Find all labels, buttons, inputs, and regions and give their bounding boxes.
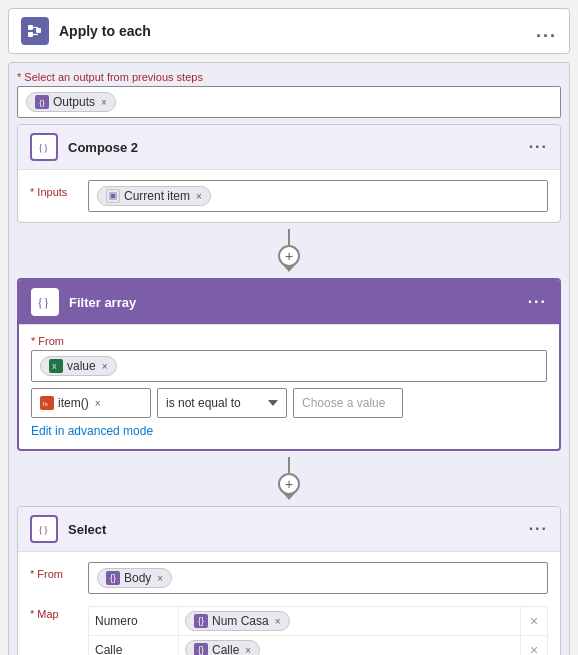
filter-value-placeholder[interactable]: Choose a value bbox=[293, 388, 403, 418]
svg-text:{}: {} bbox=[37, 295, 49, 310]
filter-condition-row: fx item() × is not equal to Choose a val… bbox=[31, 388, 547, 418]
select-output-field: Select an output from previous steps {} … bbox=[17, 71, 561, 118]
filter-array-more-button[interactable]: ··· bbox=[528, 293, 547, 311]
connector-1: + bbox=[17, 229, 561, 272]
map-val-0: {} Num Casa × bbox=[179, 607, 521, 636]
num-casa-token[interactable]: {} Num Casa × bbox=[185, 611, 290, 631]
apply-each-wrapper: Select an output from previous steps {} … bbox=[8, 62, 570, 655]
outputs-token-remove[interactable]: × bbox=[101, 97, 107, 108]
current-item-token[interactable]: Current item × bbox=[97, 186, 211, 206]
body-token[interactable]: {} Body × bbox=[97, 568, 172, 588]
svg-rect-7 bbox=[111, 194, 115, 198]
map-delete-1[interactable]: × bbox=[521, 636, 548, 656]
select-from-input[interactable]: {} Body × bbox=[88, 562, 548, 594]
svg-rect-2 bbox=[36, 28, 41, 33]
filter-item-input[interactable]: fx item() × bbox=[31, 388, 151, 418]
current-item-token-remove[interactable]: × bbox=[196, 191, 202, 202]
compose2-body: Inputs Current item × bbox=[18, 170, 560, 222]
filter-array-icon: {} bbox=[31, 288, 59, 316]
outputs-token-icon: {} bbox=[35, 95, 49, 109]
svg-text:{}: {} bbox=[38, 523, 49, 535]
filter-item-icon: fx bbox=[40, 396, 54, 410]
calle-token[interactable]: {} Calle × bbox=[185, 640, 260, 655]
main-container: Apply to each ... Select an output from … bbox=[0, 8, 578, 655]
current-item-icon bbox=[106, 189, 120, 203]
filter-item-token-remove[interactable]: × bbox=[95, 398, 101, 409]
compose2-header: {} Compose 2 ··· bbox=[18, 125, 560, 170]
svg-text:X: X bbox=[52, 363, 57, 370]
connector-line-2 bbox=[288, 457, 290, 473]
num-casa-icon: {} bbox=[194, 614, 208, 628]
filter-condition-select[interactable]: is not equal to bbox=[157, 388, 287, 418]
map-row-0: Numero {} Num Casa × bbox=[89, 607, 548, 636]
svg-rect-1 bbox=[28, 32, 33, 37]
compose2-block: {} Compose 2 ··· Inputs bbox=[17, 124, 561, 223]
compose2-inputs-field[interactable]: Current item × bbox=[88, 180, 548, 212]
svg-rect-0 bbox=[28, 25, 33, 30]
map-row-1: Calle {} Calle × bbox=[89, 636, 548, 656]
select-output-label: Select an output from previous steps bbox=[17, 71, 561, 83]
connector-line-1 bbox=[288, 229, 290, 245]
calle-icon: {} bbox=[194, 643, 208, 655]
map-key-0: Numero bbox=[89, 607, 179, 636]
filter-value-token-remove[interactable]: × bbox=[102, 361, 108, 372]
select-title: Select bbox=[68, 522, 529, 537]
filter-value-icon: X bbox=[49, 359, 63, 373]
edit-advanced-link[interactable]: Edit in advanced mode bbox=[31, 424, 153, 438]
filter-value-token[interactable]: X value × bbox=[40, 356, 117, 376]
map-key-1: Calle bbox=[89, 636, 179, 656]
map-delete-0[interactable]: × bbox=[521, 607, 548, 636]
outputs-token[interactable]: {} Outputs × bbox=[26, 92, 116, 112]
calle-remove[interactable]: × bbox=[245, 645, 251, 656]
filter-array-title: Filter array bbox=[69, 295, 528, 310]
compose2-icon: {} bbox=[30, 133, 58, 161]
connector-2: + bbox=[17, 457, 561, 500]
connector-arrow-1 bbox=[283, 265, 295, 272]
svg-text:{}: {} bbox=[38, 141, 49, 153]
select-block: {} Select ··· From {} Body × bbox=[17, 506, 561, 655]
delete-row-0-icon[interactable]: × bbox=[530, 613, 538, 629]
select-more-button[interactable]: ··· bbox=[529, 520, 548, 538]
loop-icon bbox=[21, 17, 49, 45]
apply-each-header: Apply to each ... bbox=[8, 8, 570, 54]
compose2-inputs-label: Inputs bbox=[30, 180, 80, 198]
filter-from-label: From bbox=[31, 335, 547, 347]
filter-array-block: {} Filter array ··· From X value bbox=[17, 278, 561, 451]
add-step-button-1[interactable]: + bbox=[278, 245, 300, 267]
body-token-icon: {} bbox=[106, 571, 120, 585]
select-map-label: Map bbox=[30, 602, 80, 620]
connector-arrow-2 bbox=[283, 493, 295, 500]
select-icon: {} bbox=[30, 515, 58, 543]
compose2-more-button[interactable]: ··· bbox=[529, 138, 548, 156]
delete-row-1-icon[interactable]: × bbox=[530, 642, 538, 655]
num-casa-remove[interactable]: × bbox=[275, 616, 281, 627]
map-val-1: {} Calle × bbox=[179, 636, 521, 656]
svg-text:fx: fx bbox=[43, 401, 48, 407]
page-title: Apply to each bbox=[59, 23, 536, 39]
compose2-title: Compose 2 bbox=[68, 140, 529, 155]
filter-array-body: From X value × fx bbox=[19, 325, 559, 449]
select-from-label: From bbox=[30, 562, 80, 580]
add-step-button-2[interactable]: + bbox=[278, 473, 300, 495]
select-header: {} Select ··· bbox=[18, 507, 560, 552]
header-more-button[interactable]: ... bbox=[536, 21, 557, 42]
filter-from-input[interactable]: X value × bbox=[31, 350, 547, 382]
select-output-input[interactable]: {} Outputs × bbox=[17, 86, 561, 118]
body-token-remove[interactable]: × bbox=[157, 573, 163, 584]
select-body: From {} Body × Map bbox=[18, 552, 560, 655]
map-table: Numero {} Num Casa × bbox=[88, 606, 548, 655]
filter-array-header: {} Filter array ··· bbox=[19, 280, 559, 325]
